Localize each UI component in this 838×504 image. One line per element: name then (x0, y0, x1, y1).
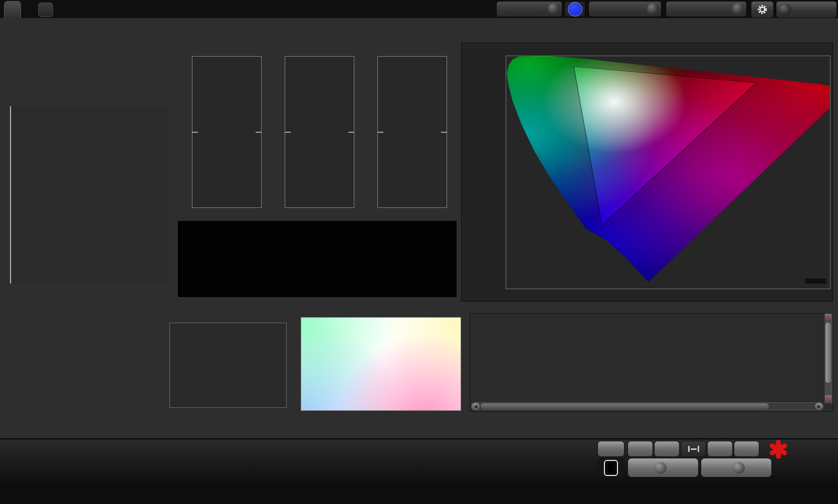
yaxis-labels (362, 56, 376, 208)
next-chevron-icon (733, 462, 745, 474)
hscroll-thumb[interactable] (481, 403, 769, 409)
top-bar (0, 0, 838, 18)
swatch-columns (188, 223, 454, 295)
display-control-dropdown[interactable] (666, 1, 747, 17)
scroll-up-icon[interactable]: ▲ (825, 314, 831, 322)
actual-row-label (181, 223, 188, 259)
cie-1931-chart (301, 306, 461, 411)
vertical-scrollbar[interactable]: ▲ ▼ (824, 314, 832, 403)
collapse-panel-button[interactable] (776, 1, 837, 18)
target-row-label (181, 259, 188, 295)
gear-icon (757, 4, 768, 15)
add-tab-button[interactable] (38, 3, 53, 17)
plot-area (192, 56, 262, 208)
vscroll-thumb[interactable] (825, 323, 831, 383)
cie-1976-chart (461, 43, 833, 302)
meter-badge (564, 1, 585, 17)
delta-h-chart (362, 47, 447, 221)
tab-history-1[interactable] (4, 1, 21, 19)
calman-color-gamut-window: ▲ ▼ ◀ ▶ (0, 0, 838, 504)
results-table: ▲ ▼ ◀ ▶ (470, 313, 833, 412)
rgb-balance-chart (155, 310, 288, 419)
next-button[interactable] (701, 458, 772, 477)
cie1931-plot (301, 317, 461, 411)
chevron-down-icon[interactable] (548, 3, 560, 15)
panel-up-button[interactable] (597, 441, 624, 457)
actual-target-swatch-strip (178, 221, 457, 297)
chevron-down-icon[interactable] (732, 3, 744, 15)
session-alert-icon (769, 440, 788, 459)
yaxis-labels (270, 56, 284, 208)
display-window-button[interactable] (597, 458, 624, 477)
yaxis-labels (462, 56, 504, 289)
delta-c-chart (270, 47, 354, 221)
badge-706 (568, 2, 582, 17)
back-button[interactable] (627, 458, 699, 477)
chevron-left-icon (779, 4, 791, 16)
cie1976-markers (506, 56, 830, 289)
back-chevron-icon (655, 462, 667, 474)
continuous-read-button[interactable] (707, 441, 733, 457)
pattern-button-bar (0, 438, 838, 504)
scroll-left-icon[interactable]: ◀ (472, 403, 480, 410)
refresh-button[interactable] (734, 441, 759, 457)
plot-area (377, 56, 447, 208)
pattern-source-dropdown[interactable] (588, 1, 662, 17)
chevron-down-icon[interactable] (647, 3, 659, 15)
gamut-coverage-readout (805, 279, 826, 284)
interval-icon (688, 446, 699, 452)
meter-dropdown[interactable] (496, 1, 562, 17)
meter-status-stripe (498, 3, 501, 16)
rgb-plot (169, 323, 287, 408)
yaxis-labels (155, 323, 168, 408)
deltae-2000-chart (10, 96, 169, 297)
horizontal-scrollbar[interactable]: ◀ ▶ (471, 402, 823, 410)
settings-button[interactable] (751, 1, 774, 18)
scroll-down-icon[interactable]: ▼ (825, 395, 831, 403)
plot-area (285, 56, 354, 208)
stop-button[interactable] (627, 441, 653, 457)
control-status-stripe (668, 3, 670, 16)
deltae-xaxis (10, 286, 169, 295)
source-status-stripe (590, 3, 593, 16)
cie1976-plot (506, 56, 830, 289)
scroll-right-icon[interactable]: ▶ (815, 403, 823, 410)
deltae-plot (10, 106, 169, 284)
xaxis-labels (506, 292, 830, 301)
display-icon (604, 460, 618, 476)
delta-l-chart (177, 47, 262, 221)
play-button[interactable] (654, 441, 680, 457)
interval-read-button[interactable] (681, 441, 706, 457)
yaxis-labels (177, 56, 191, 208)
